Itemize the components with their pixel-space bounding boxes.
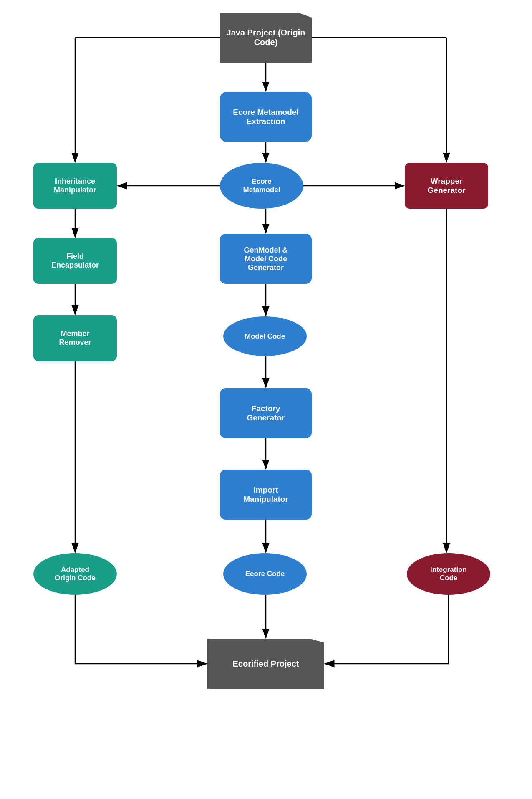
integration-code-node: IntegrationCode — [407, 553, 490, 595]
wrapper-generator-label: WrapperGenerator — [428, 177, 466, 195]
import-manipulator-label: ImportManipulator — [243, 485, 288, 504]
member-remover-node: MemberRemover — [33, 315, 117, 361]
adapted-origin-label: AdaptedOrigin Code — [55, 566, 95, 582]
inheritance-manipulator-node: InheritanceManipulator — [33, 163, 117, 209]
factory-generator-label: FactoryGenerator — [247, 404, 285, 422]
model-code-node: Model Code — [223, 316, 307, 356]
ecore-code-label: Ecore Code — [245, 570, 285, 578]
java-project-label: Java Project (Origin Code) — [220, 28, 312, 47]
member-remover-label: MemberRemover — [59, 329, 91, 347]
ecorified-project-node: Ecorified Project — [207, 639, 324, 689]
ecore-code-node: Ecore Code — [223, 553, 307, 595]
genmodel-node: GenModel &Model CodeGenerator — [220, 234, 312, 284]
genmodel-label: GenModel &Model CodeGenerator — [244, 246, 287, 272]
java-project-node: Java Project (Origin Code) — [220, 13, 312, 63]
adapted-origin-node: AdaptedOrigin Code — [33, 553, 117, 595]
model-code-label: Model Code — [245, 332, 285, 341]
import-manipulator-node: ImportManipulator — [220, 470, 312, 520]
field-encapsulator-node: FieldEncapsulator — [33, 238, 117, 284]
integration-code-label: IntegrationCode — [430, 566, 467, 582]
wrapper-generator-node: WrapperGenerator — [405, 163, 488, 209]
ecorified-project-label: Ecorified Project — [233, 659, 299, 669]
ecore-metamodel-node: EcoreMetamodel — [220, 163, 303, 209]
ecore-extraction-node: Ecore MetamodelExtraction — [220, 92, 312, 142]
ecore-metamodel-label: EcoreMetamodel — [243, 177, 280, 194]
ecore-extraction-label: Ecore MetamodelExtraction — [233, 108, 298, 126]
factory-generator-node: FactoryGenerator — [220, 388, 312, 438]
field-encapsulator-label: FieldEncapsulator — [51, 252, 99, 270]
diagram: Java Project (Origin Code) Ecore Metamod… — [0, 0, 532, 799]
inheritance-manipulator-label: InheritanceManipulator — [54, 177, 96, 195]
